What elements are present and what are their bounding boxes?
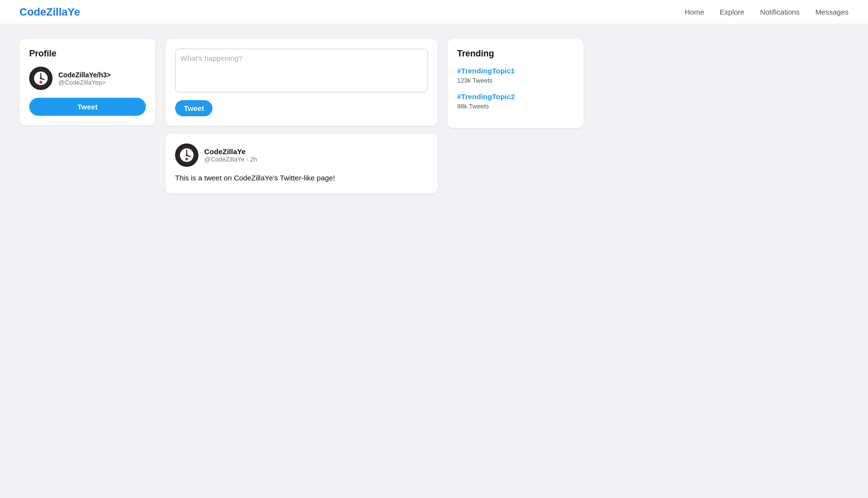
brand-logo[interactable]: CodeZillaYe (19, 6, 80, 18)
tweet-author-info: CodeZillaYe @CodeZillaYe - 2h (204, 147, 257, 163)
nav-messages[interactable]: Messages (815, 8, 849, 16)
profile-info: CodeZillaYe/h3> @CodeZillaYep> (29, 67, 146, 90)
trending-tag-2[interactable]: #TrendingTopic2 (457, 92, 574, 101)
compose-card: Tweet (165, 39, 438, 126)
profile-card: Profile CodeZillaYe (19, 39, 156, 125)
tweet-body: This is a tweet on CodeZillaYe's Twitter… (175, 173, 428, 184)
nav-explore[interactable]: Explore (720, 8, 744, 16)
tweet-header: CodeZillaYe @CodeZillaYe - 2h (175, 143, 428, 167)
left-column: Profile CodeZillaYe (19, 39, 156, 194)
avatar (29, 67, 53, 90)
nav-home[interactable]: Home (685, 8, 704, 16)
profile-handle: @CodeZillaYep> (58, 79, 111, 86)
center-column: Tweet CodeZillaYe @CodeZillaYe (165, 39, 438, 194)
svg-point-5 (39, 81, 42, 84)
nav-notifications[interactable]: Notifications (760, 8, 800, 16)
trending-count-1: 123k Tweets (457, 77, 493, 84)
profile-title: Profile (29, 49, 146, 59)
svg-point-11 (185, 158, 188, 160)
trending-tag-1[interactable]: #TrendingTopic1 (457, 67, 574, 75)
tweet-avatar-icon (177, 146, 196, 164)
navbar: CodeZillaYe Home Explore Notifications M… (0, 0, 868, 24)
trending-item-2: #TrendingTopic2 98k Tweets (457, 92, 574, 110)
profile-names: CodeZillaYe/h3> @CodeZillaYep> (58, 71, 111, 86)
compose-tweet-button[interactable]: Tweet (175, 100, 213, 116)
trending-item-1: #TrendingTopic1 123k Tweets (457, 67, 574, 85)
right-column: Trending #TrendingTopic1 123k Tweets #Tr… (447, 39, 584, 194)
trending-title: Trending (457, 49, 574, 59)
main-content: Profile CodeZillaYe (0, 24, 868, 208)
trending-count-2: 98k Tweets (457, 103, 489, 110)
profile-tweet-button[interactable]: Tweet (29, 98, 146, 116)
tweet-avatar (175, 143, 198, 167)
tweet-author-handle-time: @CodeZillaYe - 2h (204, 156, 257, 163)
trending-card: Trending #TrendingTopic1 123k Tweets #Tr… (447, 39, 584, 128)
nav-links: Home Explore Notifications Messages (685, 8, 849, 17)
profile-display-name: CodeZillaYe/h3> (58, 71, 111, 79)
tweet-author-name: CodeZillaYe (204, 147, 257, 156)
compose-textarea[interactable] (175, 49, 428, 92)
tweet-card: CodeZillaYe @CodeZillaYe - 2h This is a … (165, 134, 438, 194)
avatar-icon (32, 69, 50, 88)
